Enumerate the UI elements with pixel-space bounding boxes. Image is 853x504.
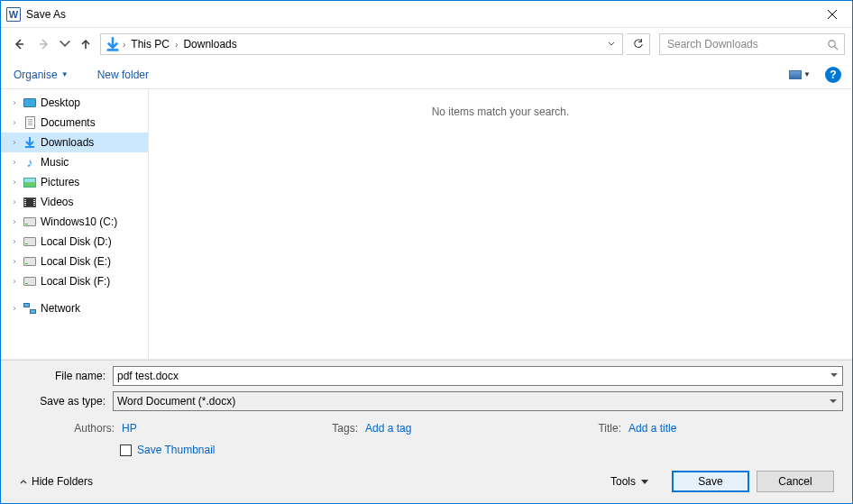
breadcrumb-this-pc[interactable]: This PC: [127, 36, 173, 52]
tools-label: Tools: [610, 475, 636, 488]
folder-tree[interactable]: ›Desktop›Documents›Downloads›♪Music›Pict…: [1, 89, 149, 359]
tags-add-link[interactable]: Add a tag: [365, 422, 411, 435]
save-thumbnail-checkbox[interactable]: [120, 444, 132, 456]
chevron-right-icon: ›: [175, 40, 178, 50]
filename-label: File name:: [10, 370, 113, 382]
file-list-pane[interactable]: No items match your search.: [149, 89, 852, 359]
tree-item[interactable]: ›Windows10 (C:): [1, 212, 148, 232]
hide-folders-button[interactable]: Hide Folders: [19, 475, 93, 488]
hide-folders-label: Hide Folders: [32, 475, 93, 488]
savetype-label: Save as type:: [10, 395, 113, 408]
disk-icon: [23, 274, 37, 289]
arrow-left-icon: [13, 38, 25, 50]
tree-item[interactable]: ›Documents: [1, 113, 148, 133]
authors-value[interactable]: HP: [122, 422, 137, 435]
arrow-right-icon: [38, 38, 50, 50]
network-icon: [23, 301, 37, 316]
toolbar: Organise ▼ New folder ▼ ?: [1, 60, 852, 89]
disk-icon: [23, 234, 37, 249]
tree-item[interactable]: ›♪Music: [1, 152, 148, 172]
expand-icon[interactable]: ›: [10, 257, 19, 266]
videos-icon: [23, 195, 37, 209]
expand-icon[interactable]: ›: [10, 178, 19, 187]
close-icon: [828, 10, 837, 19]
savetype-combo[interactable]: Word Document (*.docx): [113, 391, 843, 411]
forward-button[interactable]: [33, 33, 55, 55]
tree-item-label: Windows10 (C:): [41, 215, 117, 228]
organise-menu[interactable]: Organise ▼: [12, 65, 70, 85]
save-as-dialog: W Save As › This PC › Downloads: [0, 0, 853, 504]
chevron-down-icon: [59, 38, 71, 50]
new-folder-label: New folder: [97, 69, 149, 81]
empty-message: No items match your search.: [432, 105, 570, 359]
view-icon: [789, 70, 802, 79]
disk-icon: [23, 254, 37, 269]
expand-icon[interactable]: ›: [10, 158, 19, 167]
search-input[interactable]: [665, 37, 827, 51]
tree-item-label: Local Disk (E:): [41, 255, 111, 268]
tree-item[interactable]: ›Desktop: [1, 93, 148, 113]
close-button[interactable]: [812, 1, 852, 27]
breadcrumb-downloads[interactable]: Downloads: [179, 36, 240, 52]
tree-item[interactable]: ›Downloads: [1, 133, 148, 152]
search-box[interactable]: [659, 33, 845, 55]
tags-label: Tags:: [327, 422, 358, 435]
authors-label: Authors:: [64, 422, 115, 435]
download-icon: [23, 135, 37, 150]
cancel-button[interactable]: Cancel: [757, 471, 834, 492]
nav-bar: › This PC › Downloads: [1, 28, 852, 60]
tree-item[interactable]: ›Local Disk (D:): [1, 232, 148, 252]
breadcrumb-bar[interactable]: › This PC › Downloads: [100, 33, 623, 55]
new-folder-button[interactable]: New folder: [96, 65, 151, 85]
chevron-down-icon: ▼: [803, 70, 811, 78]
breadcrumb-history-dropdown[interactable]: [604, 41, 619, 48]
tree-item[interactable]: ›Local Disk (E:): [1, 252, 148, 271]
refresh-button[interactable]: [627, 33, 650, 55]
expand-icon[interactable]: ›: [10, 197, 19, 206]
tree-item[interactable]: ›Network: [1, 298, 148, 318]
chevron-down-icon: ▼: [61, 70, 69, 78]
tree-item[interactable]: ›Local Disk (F:): [1, 271, 148, 291]
arrow-up-icon: [79, 38, 92, 50]
body: ›Desktop›Documents›Downloads›♪Music›Pict…: [1, 89, 852, 360]
save-button[interactable]: Save: [672, 471, 749, 492]
recent-locations-button[interactable]: [59, 33, 71, 55]
disk-icon: [23, 215, 37, 229]
expand-icon[interactable]: ›: [10, 98, 19, 107]
search-icon: [827, 39, 839, 50]
tree-item-label: Documents: [41, 116, 96, 129]
tools-menu[interactable]: Tools: [610, 475, 648, 488]
tree-item[interactable]: ›Videos: [1, 192, 148, 212]
tree-item-label: Local Disk (F:): [41, 275, 110, 288]
filename-input[interactable]: [113, 366, 843, 386]
pictures-icon: [23, 175, 37, 189]
save-thumbnail-label[interactable]: Save Thumbnail: [137, 444, 216, 456]
expand-icon[interactable]: ›: [10, 237, 19, 246]
title-bar: W Save As: [1, 1, 852, 28]
help-button[interactable]: ?: [825, 67, 841, 83]
footer: Hide Folders Tools Save Cancel: [10, 465, 843, 501]
chevron-up-icon: [19, 477, 28, 486]
change-view-button[interactable]: ▼: [784, 65, 816, 85]
word-app-icon: W: [6, 7, 21, 22]
up-button[interactable]: [75, 33, 96, 55]
expand-icon[interactable]: ›: [10, 277, 19, 286]
expand-icon[interactable]: ›: [10, 118, 19, 127]
title-add-link[interactable]: Add a title: [628, 422, 676, 435]
tree-item-label: Videos: [41, 196, 73, 208]
tree-item-label: Local Disk (D:): [41, 235, 112, 248]
music-icon: ♪: [23, 155, 37, 170]
chevron-down-icon: [608, 41, 615, 48]
title-label: Title:: [591, 422, 621, 435]
svg-point-0: [829, 40, 835, 46]
expand-icon[interactable]: ›: [10, 304, 19, 313]
back-button[interactable]: [8, 33, 30, 55]
tree-item[interactable]: ›Pictures: [1, 172, 148, 192]
downloads-location-icon: [105, 36, 121, 52]
tree-item-label: Pictures: [41, 176, 79, 188]
document-icon: [23, 115, 37, 130]
refresh-icon: [633, 39, 644, 50]
expand-icon[interactable]: ›: [10, 138, 19, 147]
tree-item-label: Music: [41, 156, 69, 169]
expand-icon[interactable]: ›: [10, 217, 19, 226]
